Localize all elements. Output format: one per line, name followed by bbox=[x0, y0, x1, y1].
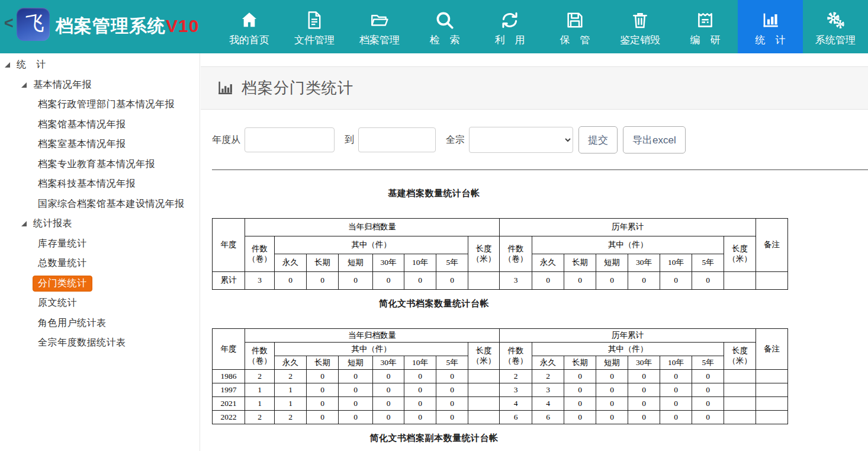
app-title: 档案管理系统V10 bbox=[56, 14, 199, 39]
table-cell: 0 bbox=[660, 383, 692, 397]
table-cell: 0 bbox=[436, 383, 468, 397]
nav-item-file-management[interactable]: 文件管理 bbox=[282, 0, 347, 53]
table-header-cell: 永久 bbox=[532, 254, 564, 272]
table-header-cell: 年度 bbox=[213, 219, 245, 272]
year-to-input[interactable] bbox=[358, 127, 436, 152]
nav-item-compilation-research[interactable]: 编 研 bbox=[673, 0, 738, 53]
table-cell: 2 bbox=[275, 411, 307, 424]
nav-item-system-management[interactable]: 系统管理 bbox=[803, 0, 868, 53]
table-cell: 0 bbox=[660, 411, 692, 424]
tables-area: 基建档案数量统计台帐年度当年归档数量历年累计备注件数 （卷）其中（件）长度 （米… bbox=[201, 188, 868, 444]
sidebar-item-10[interactable]: 总数量统计 bbox=[0, 254, 200, 274]
table-cell: 0 bbox=[307, 370, 339, 383]
nav-item-utilization[interactable]: 利 用 bbox=[477, 0, 542, 53]
app-version: V10 bbox=[166, 16, 199, 36]
sidebar-item-8[interactable]: 统计报表 bbox=[0, 214, 200, 234]
table-header-cell: 年度 bbox=[213, 329, 245, 370]
table-cell: 0 bbox=[596, 383, 628, 397]
collapse-sidebar-icon[interactable]: < bbox=[4, 15, 14, 31]
sidebar-item-1[interactable]: 基本情况年报 bbox=[0, 75, 200, 95]
table-cell: 0 bbox=[307, 411, 339, 424]
table-cell bbox=[756, 370, 788, 383]
sidebar-item-4[interactable]: 档案室基本情况年报 bbox=[0, 135, 200, 155]
main-content: 档案分门类统计 年度从 到 全宗 提交 导出excel 基建档案数量统计台帐年度… bbox=[201, 53, 868, 451]
nav-item-custody[interactable]: 保 管 bbox=[542, 0, 607, 53]
table-cell: 0 bbox=[692, 272, 724, 290]
sidebar-item-0[interactable]: 统 计 bbox=[0, 55, 200, 75]
expand-triangle-icon[interactable] bbox=[21, 82, 27, 88]
year-from-input[interactable] bbox=[245, 127, 335, 152]
table-cell: 0 bbox=[628, 370, 660, 383]
expand-triangle-icon[interactable] bbox=[5, 62, 10, 68]
sidebar-item-14[interactable]: 全宗年度数据统计表 bbox=[0, 333, 200, 353]
sidebar-item-5[interactable]: 档案专业教育基本情况年报 bbox=[0, 155, 200, 175]
table-cell: 1 bbox=[275, 383, 307, 397]
table-header-cell: 30年 bbox=[628, 356, 660, 370]
fonds-select[interactable] bbox=[469, 127, 573, 153]
sidebar-item-3[interactable]: 档案馆基本情况年报 bbox=[0, 115, 200, 135]
table-cell: 0 bbox=[692, 411, 724, 424]
sidebar-item-11[interactable]: 分门类统计 bbox=[0, 274, 200, 294]
sidebar-item-label: 全宗年度数据统计表 bbox=[38, 337, 126, 349]
table-header-cell: 永久 bbox=[532, 356, 564, 370]
table-header-cell: 5年 bbox=[436, 254, 468, 272]
table-cell: 0 bbox=[628, 383, 660, 397]
sidebar-item-6[interactable]: 档案科技基本情况年报 bbox=[0, 174, 200, 194]
nav-item-archive-management[interactable]: 档案管理 bbox=[347, 0, 412, 53]
sidebar-item-label: 分门类统计 bbox=[33, 276, 92, 292]
table-cell: 累计 bbox=[213, 272, 245, 290]
table-cell: 1986 bbox=[213, 370, 245, 383]
table-header-cell: 短期 bbox=[596, 356, 628, 370]
table-header-cell: 其中（件） bbox=[275, 343, 468, 356]
sidebar-item-2[interactable]: 档案行政管理部门基本情况年报 bbox=[0, 95, 200, 115]
sidebar-item-7[interactable]: 国家综合档案馆基本建设情况年报 bbox=[0, 194, 200, 215]
table-cell: 0 bbox=[628, 397, 660, 411]
table-header-cell: 历年累计 bbox=[500, 219, 756, 236]
export-excel-button[interactable]: 导出excel bbox=[623, 126, 686, 153]
main-nav: 我的首页文件管理档案管理检 索利 用保 管鉴定销毁编 研统 计系统管理 bbox=[217, 0, 868, 53]
nav-item-label: 档案管理 bbox=[359, 33, 400, 47]
logo-glyph: 飞 bbox=[21, 9, 45, 39]
sidebar-item-9[interactable]: 库存量统计 bbox=[0, 234, 200, 254]
nav-item-label: 我的首页 bbox=[229, 33, 269, 47]
app-logo: 飞 bbox=[17, 8, 50, 41]
home-icon bbox=[239, 9, 259, 31]
table-cell: 6 bbox=[500, 411, 532, 424]
table-cell: 0 bbox=[596, 370, 628, 383]
table-cell: 0 bbox=[436, 411, 468, 424]
sidebar-item-12[interactable]: 原文统计 bbox=[0, 293, 200, 314]
table-header-cell: 当年归档数量 bbox=[245, 219, 500, 236]
table-cell bbox=[756, 397, 788, 411]
table-cell: 0 bbox=[339, 383, 373, 397]
nav-item-appraisal-destruction[interactable]: 鉴定销毁 bbox=[607, 0, 673, 53]
table-header-cell: 其中（件） bbox=[532, 236, 724, 254]
nav-item-statistics[interactable]: 统 计 bbox=[738, 0, 803, 53]
expand-triangle-icon[interactable] bbox=[21, 221, 27, 226]
sidebar-item-13[interactable]: 角色用户统计表 bbox=[0, 314, 200, 334]
table-cell: 2 bbox=[275, 370, 307, 383]
submit-button[interactable]: 提交 bbox=[578, 126, 618, 153]
folder-open-icon bbox=[369, 9, 390, 31]
table-header-cell: 10年 bbox=[404, 254, 436, 272]
nav-item-label: 鉴定销毁 bbox=[620, 33, 660, 47]
nav-item-label: 编 研 bbox=[690, 33, 721, 47]
table-cell: 4 bbox=[532, 397, 564, 411]
table-cell: 1 bbox=[245, 383, 275, 397]
table-header-cell: 长度 （米） bbox=[724, 343, 756, 370]
table-cell: 0 bbox=[692, 383, 724, 397]
table-row: 198622000002200000 bbox=[213, 370, 788, 383]
stat-table-1: 年度当年归档数量历年累计备注件数 （卷）其中（件）长度 （米）件数 （卷）其中（… bbox=[212, 328, 788, 424]
trash-icon bbox=[630, 9, 650, 31]
stat-table-0: 年度当年归档数量历年累计备注件数 （卷）其中（件）长度 （米）件数 （卷）其中（… bbox=[212, 218, 788, 290]
table-header-cell: 当年归档数量 bbox=[245, 329, 500, 343]
table-cell: 0 bbox=[373, 411, 404, 424]
nav-item-home[interactable]: 我的首页 bbox=[217, 0, 282, 53]
fonds-label: 全宗 bbox=[446, 134, 465, 146]
table-cell: 0 bbox=[660, 370, 692, 383]
table-cell: 2 bbox=[245, 370, 275, 383]
table-header-cell: 其中（件） bbox=[275, 236, 468, 254]
table-cell: 0 bbox=[404, 411, 436, 424]
nav-item-search[interactable]: 检 索 bbox=[412, 0, 477, 53]
year-from-label: 年度从 bbox=[212, 134, 240, 146]
table-header-cell: 10年 bbox=[404, 356, 436, 370]
